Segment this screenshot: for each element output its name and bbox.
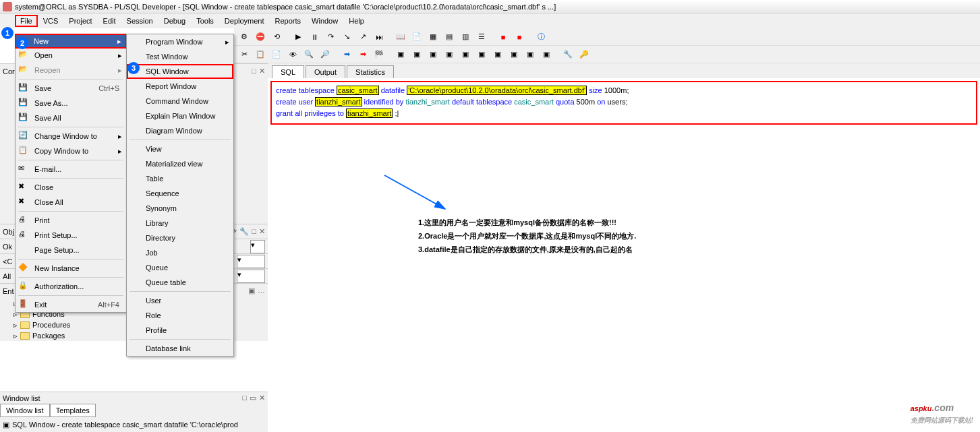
tb2-win7-icon[interactable]: ▣ xyxy=(490,47,505,62)
tab-sql[interactable]: SQL xyxy=(272,65,304,78)
dock-icon[interactable]: ▭ xyxy=(250,394,256,402)
menu-session[interactable]: Session xyxy=(121,15,158,27)
menu-project[interactable]: Project xyxy=(63,15,97,27)
file-printsetup[interactable]: 🖨Print Setup... xyxy=(16,228,126,243)
tb2-win8-icon[interactable]: ▣ xyxy=(507,47,521,62)
new-command[interactable]: Command Window xyxy=(127,94,233,109)
menu-deployment[interactable]: Deployment xyxy=(219,15,270,27)
tb2-paste-icon[interactable]: 📄 xyxy=(269,47,284,62)
new-sql[interactable]: SQL Window xyxy=(127,64,233,79)
file-save[interactable]: 💾SaveCtrl+S xyxy=(16,81,126,96)
tb2-win6-icon[interactable]: ▣ xyxy=(474,47,489,62)
tb-step-icon[interactable]: ⟲ xyxy=(269,30,284,44)
tb-red1-icon[interactable]: ■ xyxy=(496,30,511,44)
new-directory[interactable]: Directory xyxy=(127,230,233,245)
new-test[interactable]: Test Window xyxy=(127,49,233,64)
tb-list-icon[interactable]: ☰ xyxy=(474,30,489,44)
new-queue[interactable]: Queue xyxy=(127,260,233,275)
tb2-win1-icon[interactable]: ▣ xyxy=(393,47,408,62)
tb2-win9-icon[interactable]: ▣ xyxy=(523,47,538,62)
new-queuetable[interactable]: Queue table xyxy=(127,275,233,290)
new-table[interactable]: Table xyxy=(127,171,233,186)
tb-execute-icon[interactable]: ⚙ xyxy=(237,30,252,44)
combo3[interactable]: ▾ xyxy=(237,270,265,283)
tb2-cut-icon[interactable]: ✂ xyxy=(237,47,252,62)
menu-tools[interactable]: Tools xyxy=(191,15,219,27)
new-report[interactable]: Report Window xyxy=(127,79,233,94)
new-job[interactable]: Job xyxy=(127,245,233,260)
menu-file[interactable]: File xyxy=(15,15,38,27)
bottom-tab-templates[interactable]: Templates xyxy=(50,404,96,417)
tb-table-icon[interactable]: ▤ xyxy=(442,30,457,44)
tb-stop-icon[interactable]: ⛔ xyxy=(253,30,268,44)
tb2-key-icon[interactable]: 🔑 xyxy=(577,47,592,62)
menu-debug[interactable]: Debug xyxy=(158,15,191,27)
new-synonym[interactable]: Synonym xyxy=(127,201,233,216)
combo2[interactable]: ▾ xyxy=(237,255,265,268)
new-dblink[interactable]: Database link xyxy=(127,341,233,356)
file-closeall[interactable]: ✖Close All xyxy=(16,195,126,210)
new-user[interactable]: User xyxy=(127,293,233,308)
bottom-row-text[interactable]: SQL Window - create tablespace casic_sma… xyxy=(12,421,238,429)
file-new[interactable]: New▸ xyxy=(15,34,127,49)
tb-play-icon[interactable]: ▶ xyxy=(291,30,306,44)
close-icon[interactable]: ✕ xyxy=(259,394,265,402)
menu-vcs[interactable]: VCS xyxy=(38,15,64,27)
bottom-tab-windowlist[interactable]: Window list xyxy=(0,404,50,417)
tb-view-icon[interactable]: ▥ xyxy=(458,30,473,44)
new-view[interactable]: View xyxy=(127,142,233,156)
tb-grid-icon[interactable]: ▦ xyxy=(426,30,440,44)
icon2[interactable]: … xyxy=(258,286,265,295)
tb2-flag-icon[interactable]: 🏁 xyxy=(372,47,386,62)
tb-run-icon[interactable]: ⏭ xyxy=(372,30,386,44)
icon1[interactable]: ▣ xyxy=(248,286,255,295)
menu-window[interactable]: Window xyxy=(306,15,343,27)
file-reopen[interactable]: 📂Reopen▸ xyxy=(16,63,126,78)
tb-stepin-icon[interactable]: ↘ xyxy=(339,30,354,44)
tab-output[interactable]: Output xyxy=(306,65,345,78)
file-copywin[interactable]: 📋Copy Window to▸ xyxy=(16,144,126,158)
tb2-win3-icon[interactable]: ▣ xyxy=(426,47,440,62)
file-newinstance[interactable]: 🔶New Instance xyxy=(16,261,126,276)
tb2-win5-icon[interactable]: ▣ xyxy=(458,47,473,62)
pin-icon[interactable]: □ xyxy=(252,67,256,75)
new-sequence[interactable]: Sequence xyxy=(127,186,233,201)
file-open[interactable]: 📂Open▸ xyxy=(16,48,126,63)
tb2-right2-icon[interactable]: ➡ xyxy=(355,47,370,62)
sql-editor[interactable]: create tablespace casic_smart datafile '… xyxy=(270,81,977,125)
close-icon[interactable]: ✕ xyxy=(259,227,265,236)
new-diagram[interactable]: Diagram Window xyxy=(127,123,233,138)
file-close[interactable]: ✖Close xyxy=(16,180,126,195)
menu-reports[interactable]: Reports xyxy=(270,15,307,27)
tb2-search-icon[interactable]: 🔍 xyxy=(301,47,316,62)
combo1[interactable]: ▾ xyxy=(250,240,265,253)
file-saveas[interactable]: 💾Save As... xyxy=(16,96,126,111)
menu-help[interactable]: Help xyxy=(343,15,370,27)
pin-icon[interactable]: □ xyxy=(252,227,256,236)
new-program[interactable]: Program Window▸ xyxy=(127,34,233,49)
new-library[interactable]: Library xyxy=(127,216,233,230)
tab-stats[interactable]: Statistics xyxy=(347,65,394,78)
tb-stepout-icon[interactable]: ↗ xyxy=(355,30,370,44)
tool-icon[interactable]: 🔧 xyxy=(239,227,249,236)
file-print[interactable]: 🖨Print xyxy=(16,213,126,228)
file-email[interactable]: ✉E-mail... xyxy=(16,162,126,177)
tb-stepover-icon[interactable]: ↷ xyxy=(323,30,338,44)
close-icon[interactable]: ✕ xyxy=(259,67,265,75)
tb2-tool-icon[interactable]: 🔧 xyxy=(560,47,575,62)
tb-info-icon[interactable]: ⓘ xyxy=(534,30,548,44)
tb2-copy-icon[interactable]: 📋 xyxy=(253,47,268,62)
file-auth[interactable]: 🔒Authorization... xyxy=(16,279,126,294)
new-explain[interactable]: Explain Plan Window xyxy=(127,109,233,123)
menu-edit[interactable]: Edit xyxy=(98,15,121,27)
new-matview[interactable]: Materialized view xyxy=(127,156,233,171)
tb2-find-icon[interactable]: 🔎 xyxy=(318,47,333,62)
tb2-win10-icon[interactable]: ▣ xyxy=(539,47,554,62)
file-exit[interactable]: 🚪ExitAlt+F4 xyxy=(16,297,126,312)
new-profile[interactable]: Profile xyxy=(127,323,233,338)
tb-pause-icon[interactable]: ⏸ xyxy=(307,30,322,44)
new-role[interactable]: Role xyxy=(127,308,233,323)
tb-doc-icon[interactable]: 📄 xyxy=(409,30,424,44)
tb2-win2-icon[interactable]: ▣ xyxy=(409,47,424,62)
tb2-right-icon[interactable]: ➡ xyxy=(339,47,354,62)
